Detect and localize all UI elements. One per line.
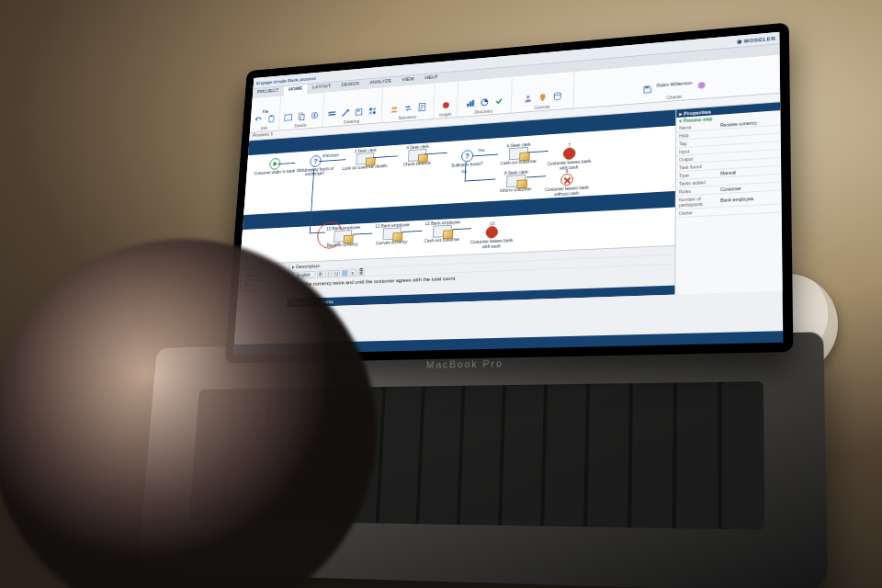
italic-button[interactable]: I	[325, 270, 332, 277]
svg-rect-21	[471, 100, 473, 107]
paste-icon[interactable]	[295, 110, 307, 122]
group-scenarios-label: Scenarios	[398, 114, 416, 120]
svg-rect-8	[328, 114, 335, 116]
details-icon[interactable]	[326, 108, 338, 120]
svg-rect-10	[357, 110, 360, 112]
group-controls-label: Controls	[534, 104, 550, 110]
svg-point-24	[554, 93, 560, 96]
underline-button[interactable]: U	[334, 269, 341, 277]
task-lookup[interactable]: 3 Desk clerkLook up customer details	[340, 147, 390, 171]
gateway-sufficient[interactable]: ?Sufficient funds?	[442, 149, 493, 169]
group-detailing-label: Detailing	[344, 119, 359, 125]
numbered-list-button[interactable]: ≣	[357, 268, 365, 276]
end-event-cash-2[interactable]: 13Customer leaves bank with cash	[465, 220, 518, 250]
statements-icon[interactable]	[415, 101, 427, 113]
properties-icon[interactable]	[309, 109, 321, 121]
style-icon[interactable]	[282, 111, 294, 123]
group-charter-label: Charter	[667, 94, 683, 100]
allow-icon[interactable]	[492, 95, 504, 107]
svg-rect-25	[646, 86, 650, 88]
task-cash-out-2[interactable]: 12 Bank employeeCash out customer	[416, 220, 468, 244]
group-edit-label: Edit	[261, 126, 268, 131]
svg-rect-19	[467, 104, 469, 107]
transform-icon[interactable]	[401, 102, 413, 114]
task-convert-currency[interactable]: 11 Bank employeeConvert currency	[367, 222, 417, 246]
group-details-label: Details	[294, 122, 306, 128]
reports-icon[interactable]	[464, 97, 476, 110]
svg-rect-2	[284, 114, 291, 120]
task-cash-out-1[interactable]: 6 Desk clerkCash out customer	[492, 141, 545, 166]
group-insight-label: Insight	[439, 111, 452, 117]
template-icon[interactable]	[353, 106, 365, 118]
extend-icon[interactable]	[339, 107, 351, 119]
meeting-icon[interactable]	[388, 103, 400, 115]
svg-point-15	[391, 107, 394, 109]
svg-rect-12	[373, 107, 376, 110]
svg-rect-11	[369, 108, 372, 111]
bold-button[interactable]: B	[317, 270, 323, 277]
color-button[interactable]	[342, 269, 349, 277]
end-event-no-cash[interactable]: 9Customer leaves bank without cash	[540, 167, 594, 198]
svg-rect-13	[369, 112, 372, 115]
svg-rect-4	[300, 115, 304, 120]
place-icon[interactable]	[536, 91, 548, 104]
app-brand: ◉ MODELER	[737, 35, 775, 44]
clipboard-icon[interactable]	[266, 113, 277, 125]
task-receive-currency[interactable]: 10 Bank employeeReceive currency	[318, 225, 368, 249]
svg-point-16	[394, 107, 397, 109]
list-button[interactable]: ≡	[349, 269, 356, 277]
business-data-icon[interactable]	[551, 90, 564, 103]
svg-point-23	[526, 96, 529, 98]
laptop-brand-label: MacBook Pro	[426, 357, 503, 369]
beat-icon[interactable]	[439, 99, 451, 112]
save-icon[interactable]	[641, 83, 654, 96]
undo-icon[interactable]	[253, 114, 264, 126]
svg-point-26	[698, 82, 706, 89]
properties-panel: ▸ Properties ▾ Process step NameReceive …	[675, 102, 782, 294]
svg-point-18	[442, 102, 448, 108]
svg-rect-0	[269, 116, 274, 122]
svg-rect-6	[313, 114, 315, 118]
properties-table: NameReceive currency Help Tag Input Outp…	[676, 118, 782, 218]
svg-rect-9	[356, 108, 362, 115]
task-inform[interactable]: 8 Desk clerkInform customer	[490, 169, 542, 194]
svg-rect-1	[270, 115, 273, 116]
charter-icon[interactable]	[695, 79, 707, 92]
task-check-balance[interactable]: 4 Desk clerkCheck balance	[392, 143, 443, 168]
statistics-icon[interactable]	[478, 96, 490, 109]
username: Robin Williamson	[657, 80, 693, 95]
service-icon[interactable]	[522, 93, 535, 106]
svg-rect-14	[373, 111, 376, 114]
group-discovery-label: Discovery	[474, 108, 492, 115]
composer-icon[interactable]	[367, 105, 379, 117]
edge-label-yes: Yes	[478, 147, 485, 153]
svg-rect-7	[328, 111, 335, 113]
end-event-cash[interactable]: 7Customer leaves bank with cash	[542, 141, 596, 172]
svg-rect-20	[469, 101, 471, 107]
